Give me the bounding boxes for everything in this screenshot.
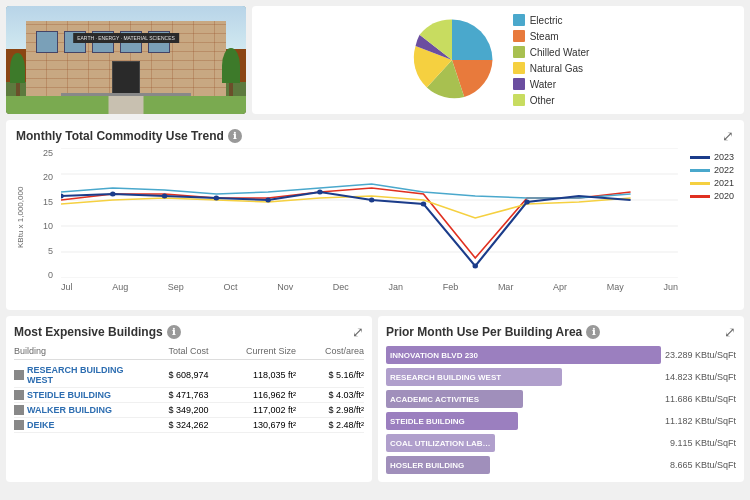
label-2023: 2023 — [714, 152, 734, 162]
steam-color — [513, 30, 525, 42]
bar-row-2: RESEARCH BUILDING WEST 14.823 KBtu/SqFt — [386, 368, 736, 386]
chart-header: Monthly Total Commodity Use Trend ℹ ⤢ — [16, 128, 734, 144]
bar-row-1: INNOVATION BLVD 230 23.289 KBtu/SqFt — [386, 346, 736, 364]
expensive-expand-icon[interactable]: ⤢ — [352, 324, 364, 340]
building-link-2[interactable]: STEIDLE BUILDING — [27, 390, 111, 400]
y-5: 5 — [48, 246, 53, 256]
trend-chart-section: Monthly Total Commodity Use Trend ℹ ⤢ KB… — [6, 120, 744, 310]
x-axis: Jul Aug Sep Oct Nov Dec Jan Feb Mar Apr … — [61, 280, 678, 292]
bar-value-2: 14.823 KBtu/SqFt — [665, 372, 736, 382]
x-mar: Mar — [498, 282, 514, 292]
svg-point-7 — [110, 192, 116, 197]
table-row: WALKER BUILDING $ 349,200 117,002 ft² $ … — [14, 403, 364, 418]
col-header-building: Building — [14, 346, 131, 356]
label-2021: 2021 — [714, 178, 734, 188]
bar-fill-5: COAL UTILIZATION LABORATORY — [386, 434, 495, 452]
y-10: 10 — [43, 221, 53, 231]
svg-point-12 — [369, 198, 375, 203]
building-link-1[interactable]: RESEARCH BUILDING WEST — [27, 365, 131, 385]
svg-point-9 — [214, 196, 220, 201]
cost-cell-4: $ 324,262 — [131, 420, 209, 430]
line-chart-svg — [61, 148, 678, 278]
electric-color — [513, 14, 525, 26]
line-chart-area: KBtu x 1,000,000 25 20 15 10 5 0 — [16, 148, 734, 298]
bar-container-3: ACADEMIC ACTIVITIES — [386, 390, 661, 408]
line-2022 — [690, 169, 710, 172]
line-2021 — [690, 182, 710, 185]
pie-chart — [407, 15, 497, 105]
y-25: 25 — [43, 148, 53, 158]
expand-icon[interactable]: ⤢ — [722, 128, 734, 144]
building-link-4[interactable]: DEIKE — [27, 420, 55, 430]
size-cell-4: 130,679 ft² — [208, 420, 296, 430]
size-cell-2: 116,962 ft² — [208, 390, 296, 400]
expensive-info-icon[interactable]: ℹ — [167, 325, 181, 339]
table-row: DEIKE $ 324,262 130,679 ft² $ 2.48/ft² — [14, 418, 364, 433]
x-jun: Jun — [663, 282, 678, 292]
top-row: EARTH · ENERGY · MATERIAL SCIENCES — [0, 0, 750, 120]
bar-value-1: 23.289 KBtu/SqFt — [665, 350, 736, 360]
building-cell-2: STEIDLE BUILDING — [14, 390, 131, 400]
bar-label-5: COAL UTILIZATION LABORATORY — [386, 437, 495, 450]
building-sign: EARTH · ENERGY · MATERIAL SCIENCES — [73, 33, 179, 43]
bar-fill-4: STEIDLE BUILDING — [386, 412, 518, 430]
legend-2023: 2023 — [690, 152, 734, 162]
bar-row-6: HOSLER BUILDING 8.665 KBtu/SqFt — [386, 456, 736, 474]
svg-point-6 — [61, 194, 64, 199]
bar-label-6: HOSLER BUILDING — [386, 459, 468, 472]
water-color — [513, 78, 525, 90]
building-link-3[interactable]: WALKER BUILDING — [27, 405, 112, 415]
bar-container-4: STEIDLE BUILDING — [386, 412, 661, 430]
y-20: 20 — [43, 172, 53, 182]
chart-body: Jul Aug Sep Oct Nov Dec Jan Feb Mar Apr … — [61, 148, 678, 298]
trend-info-icon[interactable]: ℹ — [228, 129, 242, 143]
most-expensive-title: Most Expensive Buildings ℹ — [14, 325, 181, 339]
legend-other: Other — [513, 94, 590, 106]
bar-label-2: RESEARCH BUILDING WEST — [386, 371, 505, 384]
y-axis: 25 20 15 10 5 0 — [29, 148, 57, 298]
building-icon-2 — [14, 390, 24, 400]
legend-chilled-water: Chilled Water — [513, 46, 590, 58]
most-expensive-section: Most Expensive Buildings ℹ ⤢ Building To… — [6, 316, 372, 482]
table-header: Building Total Cost Current Size Cost/ar… — [14, 346, 364, 360]
prior-info-icon[interactable]: ℹ — [586, 325, 600, 339]
building-icon-4 — [14, 420, 24, 430]
bar-fill-6: HOSLER BUILDING — [386, 456, 490, 474]
x-sep: Sep — [168, 282, 184, 292]
bar-row-3: ACADEMIC ACTIVITIES 11.686 KBtu/SqFt — [386, 390, 736, 408]
most-expensive-header: Most Expensive Buildings ℹ ⤢ — [14, 324, 364, 340]
legend-steam-label: Steam — [530, 31, 559, 42]
size-cell-3: 117,002 ft² — [208, 405, 296, 415]
costarea-cell-1: $ 5.16/ft² — [296, 370, 364, 380]
label-2020: 2020 — [714, 191, 734, 201]
legend-water: Water — [513, 78, 590, 90]
bar-value-6: 8.665 KBtu/SqFt — [670, 460, 736, 470]
svg-point-15 — [524, 200, 530, 205]
x-dec: Dec — [333, 282, 349, 292]
cost-cell-3: $ 349,200 — [131, 405, 209, 415]
bar-value-4: 11.182 KBtu/SqFt — [665, 416, 736, 426]
label-2022: 2022 — [714, 165, 734, 175]
prior-expand-icon[interactable]: ⤢ — [724, 324, 736, 340]
bar-value-5: 9.115 KBtu/SqFt — [670, 438, 736, 448]
x-jan: Jan — [389, 282, 404, 292]
pie-section: Electric Steam Chilled Water Natural Gas… — [252, 6, 744, 114]
table-row: STEIDLE BUILDING $ 471,763 116,962 ft² $… — [14, 388, 364, 403]
bar-label-4: STEIDLE BUILDING — [386, 415, 469, 428]
chart-legend: 2023 2022 2021 2020 — [682, 148, 734, 298]
chilled-water-color — [513, 46, 525, 58]
legend-electric: Electric — [513, 14, 590, 26]
bar-container-5: COAL UTILIZATION LABORATORY — [386, 434, 666, 452]
legend-natural-gas: Natural Gas — [513, 62, 590, 74]
legend-other-label: Other — [530, 95, 555, 106]
x-apr: Apr — [553, 282, 567, 292]
prior-month-title: Prior Month Use Per Building Area ℹ — [386, 325, 600, 339]
bar-label-1: INNOVATION BLVD 230 — [386, 349, 482, 362]
bar-row-4: STEIDLE BUILDING 11.182 KBtu/SqFt — [386, 412, 736, 430]
pie-legend: Electric Steam Chilled Water Natural Gas… — [513, 14, 590, 106]
legend-natural-gas-label: Natural Gas — [530, 63, 583, 74]
costarea-cell-4: $ 2.48/ft² — [296, 420, 364, 430]
bar-row-5: COAL UTILIZATION LABORATORY 9.115 KBtu/S… — [386, 434, 736, 452]
bar-container-1: INNOVATION BLVD 230 — [386, 346, 661, 364]
x-oct: Oct — [224, 282, 238, 292]
